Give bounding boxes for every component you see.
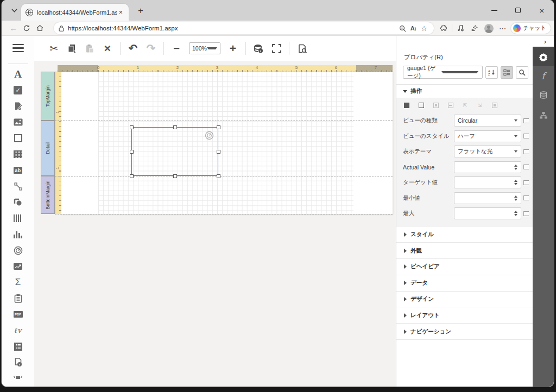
property-binding-icon[interactable] [523,118,529,123]
collapse-panel-button[interactable]: › [544,37,546,46]
resize-handle-ne[interactable] [217,125,220,129]
section-operations[interactable]: 操作 [396,85,533,98]
resize-handle-sw[interactable] [130,174,134,178]
new-tab-button[interactable]: + [134,5,147,16]
design-canvas[interactable]: 0 1 2 3 4 5 6 7 TopMargin Detail [34,61,396,387]
zoom-in-button[interactable]: + [228,43,238,54]
actual-value-input[interactable] [454,161,521,173]
resize-handle-n[interactable] [173,125,177,129]
tool-sparkline[interactable] [9,258,27,275]
tab-close-button[interactable]: × [117,8,124,16]
back-button[interactable]: ← [7,22,20,34]
section-behavior[interactable]: ビヘイビア [396,259,533,275]
tool-rectangle[interactable] [9,130,27,147]
sort-alphabetical-button[interactable]: AZ [485,66,498,79]
property-binding-icon[interactable] [523,165,529,169]
read-aloud-button[interactable]: A) [408,23,419,33]
section-navigation[interactable]: ナビゲーション [396,324,533,340]
tab-search-button[interactable] [7,5,21,16]
tool-report-info[interactable] [9,355,27,371]
collections-button[interactable] [469,23,481,34]
minimize-button[interactable] [482,0,506,21]
property-binding-icon[interactable] [523,134,529,138]
data-tab[interactable] [533,86,554,105]
tool-signature[interactable]: ℓv [9,323,27,339]
band-bottom-margin[interactable]: BottomMargin [41,176,55,214]
center-in-section-button[interactable] [491,102,498,109]
section-design[interactable]: デザイン [396,292,533,308]
browser-tab[interactable]: localhost:44344/WebForm1.aspx × [21,4,129,21]
section-layout[interactable]: レイアウト [396,307,533,324]
favorite-star-button[interactable]: ☆ [419,23,429,33]
redo-button[interactable]: ↷ [146,43,156,54]
send-to-back-button[interactable] [418,102,425,109]
tool-table[interactable] [9,147,27,163]
paste-button[interactable] [84,43,95,54]
resize-handle-se[interactable] [217,174,220,178]
search-properties-button[interactable] [516,66,528,79]
view-style-select[interactable]: ハーフ [454,130,521,142]
address-bar[interactable]: https://localhost:44344/WebForm1.aspx A)… [54,22,434,34]
band-detail[interactable]: Detail [41,121,55,176]
bottom-margin-boundary[interactable] [55,214,393,214]
preview-button[interactable] [296,43,307,54]
maximize-button[interactable] [506,0,530,21]
report-explorer-tab[interactable] [533,105,554,125]
resize-handle-s[interactable] [173,174,177,178]
refresh-button[interactable] [20,22,33,34]
tool-more[interactable] [9,371,27,387]
fullscreen-button[interactable] [271,43,282,54]
section-style[interactable]: スタイル [396,227,533,243]
tool-input-form[interactable] [9,290,27,307]
expressions-tab[interactable]: f [533,66,554,86]
bring-to-front-button[interactable] [403,102,410,109]
resize-handle-w[interactable] [130,150,134,154]
tool-formatted-text[interactable]: ab [9,162,27,179]
tool-shape[interactable] [9,194,27,211]
close-button[interactable]: × [530,0,554,21]
copy-button[interactable] [66,43,77,54]
section-data[interactable]: データ [396,275,533,292]
tool-formula[interactable]: Σ [9,275,27,291]
tool-richtext[interactable] [9,98,27,115]
tool-image[interactable] [9,115,27,131]
delete-button[interactable]: × [102,43,113,54]
zoom-out-page-button[interactable] [397,23,408,33]
properties-tab[interactable] [533,47,554,66]
url-text[interactable]: https://localhost:44344/WebForm1.aspx [68,25,397,31]
tool-text[interactable]: A [9,66,27,83]
categorized-view-button[interactable] [501,66,513,79]
undo-button[interactable]: ↶ [128,43,138,54]
tool-table-of-contents[interactable] [9,339,27,355]
spinner-arrows[interactable] [514,195,517,201]
property-binding-icon[interactable] [523,149,529,154]
align-left-button[interactable] [432,102,439,109]
zoom-out-button[interactable]: − [171,43,182,54]
extensions-button[interactable] [438,23,450,34]
data-sources-button[interactable] [253,43,264,54]
property-binding-icon[interactable] [523,195,529,200]
object-selector[interactable]: gauge1 (ゲージ) [403,66,483,79]
display-theme-select[interactable]: フラットな光 [454,146,521,157]
target-value-input[interactable] [454,176,521,188]
property-binding-icon[interactable] [523,211,529,216]
selected-gauge-control[interactable] [131,127,218,176]
tool-checkbox[interactable]: ✓ [9,83,27,99]
media-controls-button[interactable] [454,23,466,34]
top-margin-boundary[interactable] [55,121,393,121]
menu-button[interactable] [2,36,34,60]
spinner-arrows[interactable] [514,180,517,185]
band-top-margin[interactable]: TopMargin [41,72,55,121]
resize-handle-e[interactable] [217,150,220,154]
tool-barcode[interactable] [9,211,27,227]
size-to-fit-button[interactable]: ⇱ [462,102,469,109]
maximum-value-input[interactable] [454,207,521,219]
detail-boundary[interactable] [55,176,393,176]
spinner-arrows[interactable] [514,211,517,216]
view-type-select[interactable]: Circular [454,115,521,127]
home-button[interactable] [33,22,46,34]
size-to-grid-button[interactable]: ⇲ [476,102,483,109]
copilot-button[interactable]: チャット [511,23,551,34]
tool-chart[interactable] [9,226,27,243]
cut-button[interactable]: ✂ [48,43,59,54]
